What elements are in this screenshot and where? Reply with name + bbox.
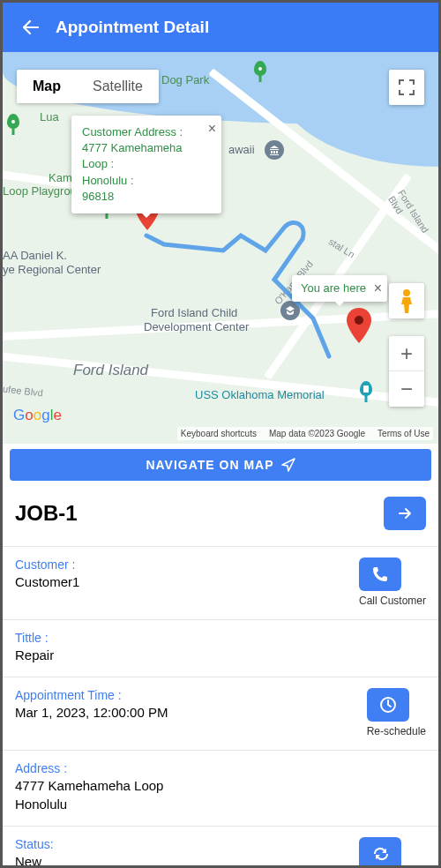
- pegman-icon: [398, 288, 415, 313]
- popup-line: 96818: [82, 189, 197, 205]
- row-appointment-time: Appointment Time : Mar 1, 2023, 12:00:00…: [3, 677, 438, 751]
- zoom-in-button[interactable]: +: [389, 336, 424, 371]
- back-button[interactable]: [13, 17, 49, 38]
- zoom-control: + −: [389, 336, 424, 407]
- field-label: Address :: [15, 761, 426, 775]
- reschedule-button[interactable]: [367, 688, 409, 722]
- field-value: Mar 1, 2023, 12:00:00 PM: [15, 704, 367, 722]
- popup-line: Honolulu :: [82, 173, 197, 189]
- update-status-button[interactable]: [359, 837, 401, 868]
- navigate-on-map-button[interactable]: NAVIGATE ON MAP: [10, 449, 431, 481]
- phone-icon: [371, 565, 389, 583]
- navigate-label: NAVIGATE ON MAP: [146, 458, 273, 472]
- svg-rect-9: [365, 395, 368, 402]
- call-customer-button[interactable]: [359, 557, 401, 591]
- address-line: Honolulu: [15, 796, 426, 813]
- page-title: Appointment Detail: [56, 18, 209, 37]
- field-value: New: [15, 853, 359, 868]
- popup-line: You are here: [301, 281, 366, 296]
- field-value: Repair: [15, 647, 426, 664]
- customer-address-popup: × Customer Address : 4777 Kamehameha Loo…: [71, 116, 221, 213]
- streetview-pegman[interactable]: [389, 283, 424, 318]
- field-label: Tittle :: [15, 631, 426, 645]
- you-are-here-popup: × You are here: [292, 275, 387, 302]
- field-value: Customer1: [15, 573, 359, 591]
- close-icon[interactable]: ×: [374, 279, 382, 298]
- map-type-toggle: Map Satellite: [17, 70, 159, 103]
- action-caption: Call Customer: [359, 595, 426, 607]
- arrow-right-icon: [396, 505, 414, 522]
- row-status: Status: New Update Status: [3, 827, 438, 868]
- row-address: Address : 4777 Kamehameha Loop Honolulu: [3, 751, 438, 827]
- svg-point-8: [403, 289, 410, 296]
- appointment-content: JOB-1 Customer : Customer1 Call Customer…: [3, 481, 438, 868]
- google-logo: Google: [13, 407, 62, 424]
- terms-link[interactable]: Terms of Use: [377, 429, 430, 438]
- svg-rect-10: [363, 385, 369, 393]
- popup-line: 4777 Kamehameha Loop :: [82, 140, 197, 172]
- arrow-left-icon: [20, 17, 41, 38]
- memorial-icon: [357, 381, 375, 404]
- job-header: JOB-1: [3, 481, 438, 547]
- job-open-button[interactable]: [384, 497, 426, 530]
- close-icon[interactable]: ×: [208, 119, 216, 138]
- map-attribution: Keyboard shortcuts Map data ©2023 Google…: [177, 427, 433, 440]
- address-line: 4777 Kamehameha Loop: [15, 777, 426, 795]
- fullscreen-icon: [399, 79, 415, 95]
- map[interactable]: Dog Park Lua Kam Loop Playground awaii A…: [3, 52, 438, 444]
- action-caption: Re-schedule: [367, 725, 426, 737]
- field-label: Customer :: [15, 557, 359, 572]
- map-tab-satellite[interactable]: Satellite: [77, 70, 159, 103]
- fullscreen-button[interactable]: [389, 70, 424, 105]
- row-customer: Customer : Customer1 Call Customer: [3, 547, 438, 620]
- svg-point-7: [355, 316, 363, 325]
- job-title: JOB-1: [15, 501, 78, 526]
- field-value: 4777 Kamehameha Loop Honolulu: [15, 777, 426, 813]
- app-header: Appointment Detail: [3, 3, 438, 52]
- field-label: Appointment Time :: [15, 688, 367, 702]
- map-data-attribution: Map data ©2023 Google: [269, 429, 365, 438]
- map-tab-map[interactable]: Map: [17, 70, 77, 103]
- navigate-icon: [281, 458, 295, 472]
- row-title: Tittle : Repair: [3, 620, 438, 677]
- refresh-icon: [371, 845, 389, 863]
- zoom-out-button[interactable]: −: [389, 371, 424, 407]
- field-label: Status:: [15, 837, 359, 851]
- popup-line: Customer Address :: [82, 124, 197, 140]
- clock-icon: [379, 696, 397, 714]
- map-pin-you[interactable]: [347, 308, 371, 343]
- keyboard-shortcuts-link[interactable]: Keyboard shortcuts: [181, 429, 257, 438]
